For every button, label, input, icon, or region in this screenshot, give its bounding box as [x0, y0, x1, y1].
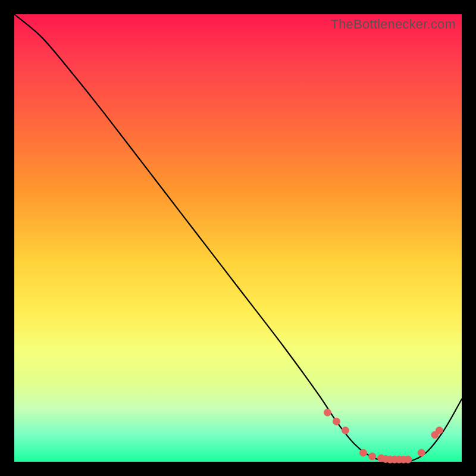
highlight-dot: [436, 427, 443, 434]
highlight-dots-group: [324, 409, 443, 463]
highlight-dot: [333, 418, 340, 425]
bottleneck-curve: [14, 14, 462, 462]
plot-area: TheBottlenecker.com: [14, 14, 462, 462]
highlight-dot: [405, 456, 412, 463]
highlight-dot: [418, 449, 425, 456]
highlight-dot: [369, 453, 376, 460]
highlight-dot: [360, 449, 367, 456]
highlight-dot: [324, 409, 331, 416]
chart-frame: TheBottlenecker.com: [0, 0, 476, 476]
highlight-dot: [342, 427, 349, 434]
curve-layer: [14, 14, 462, 462]
